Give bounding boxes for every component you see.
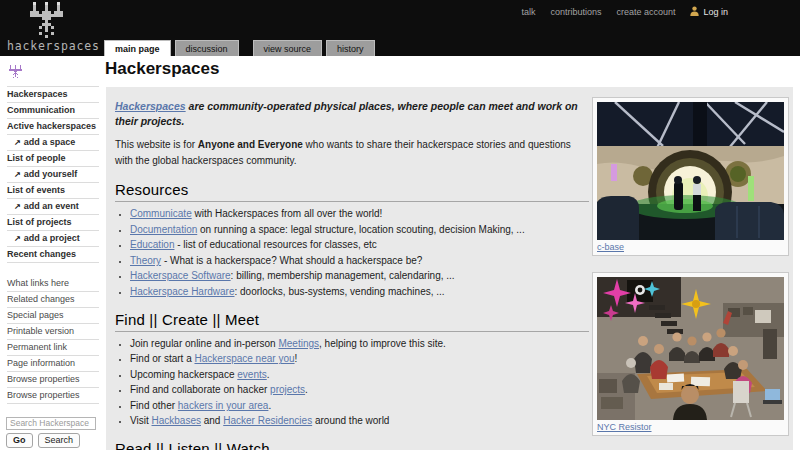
bold-text: Anyone and Everyone [198,139,303,150]
login-button[interactable]: Log in [690,6,728,18]
article-sections: ResourcesCommunicate with Hackerspaces f… [115,181,589,450]
list-item: Find and collaborate on hacker projects. [130,383,589,396]
sidebar-item-active-hackerspaces[interactable]: Active hackerspaces [7,119,99,135]
sidebar-tool-printable-version[interactable]: Printable version [7,324,99,340]
thumbnail-cbase[interactable]: c-base [592,97,789,256]
list-item: Hackerspace Software: billing, membershi… [130,269,589,282]
sidebar-item-label: Hackerspaces [7,89,68,99]
add-arrow-icon: ↗ [14,234,21,243]
chandelier-logo-icon[interactable] [27,2,66,42]
sidebar-tool-browse-properties[interactable]: Browse properties [7,372,99,388]
wiki-link-projects[interactable]: projects [270,384,305,395]
personal-link-create-account[interactable]: create account [616,7,675,17]
sidebar-item-label: add a space [24,137,76,147]
bullet-list-resources: Communicate with Hackerspaces from all o… [115,207,589,298]
sidebar-item-label: List of events [7,185,65,195]
list-item: Education - list of educational resource… [130,238,589,251]
sidebar-tool-browse-properties[interactable]: Browse properties [7,388,99,404]
sidebar-item-list-of-events[interactable]: List of events [7,183,99,199]
section-heading-find-create-meet: Find || Create || Meet [115,311,589,332]
person-icon [690,6,699,18]
list-item: Theory - What is a hackerspace? What sho… [130,254,589,267]
sidebar-tool-special-pages[interactable]: Special pages [7,308,99,324]
photo-cbase[interactable] [597,102,784,240]
wiki-link-theory[interactable]: Theory [130,255,161,266]
sidebar-item-add-yourself[interactable]: ↗add yourself [7,167,99,183]
wiki-link-meetings[interactable]: Meetings [278,338,319,349]
page-tabs: main pagediscussionview sourcehistory [104,40,379,56]
wiki-link-hacker-residencies[interactable]: Hacker Residencies [223,415,312,426]
intro-description: This website is for Anyone and Everyone … [115,137,589,168]
tab-view-source[interactable]: view source [253,40,323,56]
wiki-link-hackerspace-hardware[interactable]: Hackerspace Hardware [130,286,235,297]
sidebar-item-list-of-people[interactable]: List of people [7,151,99,167]
tab-main-page[interactable]: main page [104,40,171,56]
list-item: Visit Hackbases and Hacker Residencies a… [130,414,589,427]
sidebar-item-add-an-event[interactable]: ↗add an event [7,199,99,215]
search-button[interactable]: Search [38,433,81,448]
thumbnail-caption-link-nyc-resistor[interactable]: NYC Resistor [597,422,652,432]
chandelier-purple-icon[interactable] [8,65,23,79]
personal-link-contributions[interactable]: contributions [550,7,601,17]
wiki-link-hackerspace-software[interactable]: Hackerspace Software [130,270,231,281]
wiki-link-hackbases[interactable]: Hackbases [152,415,201,426]
sidebar-item-label: add yourself [24,169,78,179]
sidebar-item-label: List of people [7,153,66,163]
sidebar-item-add-a-space[interactable]: ↗add a space [7,135,99,151]
photo-nyc-resistor[interactable] [597,277,784,420]
personal-link-talk[interactable]: talk [521,7,535,17]
sidebar-item-communication[interactable]: Communication [7,103,99,119]
sidebar-item-list-of-projects[interactable]: List of projects [7,215,99,231]
add-arrow-icon: ↗ [14,202,21,211]
wiki-link-documentation[interactable]: Documentation [130,224,197,235]
sidebar-tool-related-changes[interactable]: Related changes [7,292,99,308]
section-heading-resources: Resources [115,181,589,202]
thumbnail-nyc-resistor[interactable]: NYC Resistor [592,272,789,436]
sidebar-item-label: add a project [24,233,80,243]
wiki-link-communicate[interactable]: Communicate [130,208,192,219]
list-item: Find other hackers in your area. [130,399,589,412]
wiki-link-events[interactable]: events [237,369,266,380]
add-arrow-icon: ↗ [14,170,21,179]
sidebar-item-label: add an event [24,201,79,211]
login-label: Log in [703,7,728,17]
sidebar-tool-what-links-here[interactable]: What links here [7,276,99,292]
sidebar-tools-list: What links hereRelated changesSpecial pa… [0,276,99,404]
page-title: Hackerspaces [105,59,219,79]
search-box: Go Search [6,412,106,448]
site-logo-wordmark[interactable]: hackerspaces [7,39,100,53]
section-heading-read-listen-watch: Read || Listen || Watch [115,440,589,450]
thumbnail-caption-link-cbase[interactable]: c-base [597,242,624,252]
sidebar-item-label: Communication [7,105,75,115]
sidebar-nav-list: HackerspacesCommunicationActive hackersp… [0,86,99,263]
intro-tagline: Hackerspaces are community-operated phys… [115,99,589,128]
go-button[interactable]: Go [6,433,33,448]
search-input[interactable] [6,417,96,430]
sidebar-tool-page-information[interactable]: Page information [7,356,99,372]
sidebar-item-label: List of projects [7,217,72,227]
list-item: Find or start a Hackerspace near you! [130,352,589,365]
sidebar: HackerspacesCommunicationActive hackersp… [0,56,106,450]
wiki-link-hackerspaces[interactable]: Hackerspaces [115,100,186,112]
content-panel: Hackerspaces are community-operated phys… [106,87,793,450]
sidebar-item-add-a-project[interactable]: ↗add a project [7,231,99,247]
add-arrow-icon: ↗ [14,138,21,147]
wiki-link-hackerspace-near-you[interactable]: Hackerspace near you [194,353,294,364]
list-item: Hackerspace Hardware: doorlocks, bus-sys… [130,285,589,298]
tab-discussion[interactable]: discussion [175,40,239,56]
hackerspaces-wiki-page: hackerspaces talkcontributionscreate acc… [0,0,800,450]
site-header: hackerspaces talkcontributionscreate acc… [0,0,800,56]
tab-history[interactable]: history [326,40,375,56]
bullet-list-find-create-meet: Join regular online and in-person Meetin… [115,337,589,428]
article-text-column: Hackerspaces are community-operated phys… [115,99,589,450]
personal-tools-bar: talkcontributionscreate account Log in [521,6,728,18]
list-item: Upcoming hackerspace events. [130,368,589,381]
list-item: Join regular online and in-person Meetin… [130,337,589,350]
sidebar-tool-permanent-link[interactable]: Permanent link [7,340,99,356]
sidebar-item-recent-changes[interactable]: Recent changes [7,247,99,263]
wiki-link-education[interactable]: Education [130,239,174,250]
list-item: Documentation on running a space: legal … [130,223,589,236]
wiki-link-hackers-in-your-area[interactable]: hackers in your area [178,400,269,411]
sidebar-item-hackerspaces[interactable]: Hackerspaces [7,86,99,103]
sidebar-item-label: Recent changes [7,249,76,259]
